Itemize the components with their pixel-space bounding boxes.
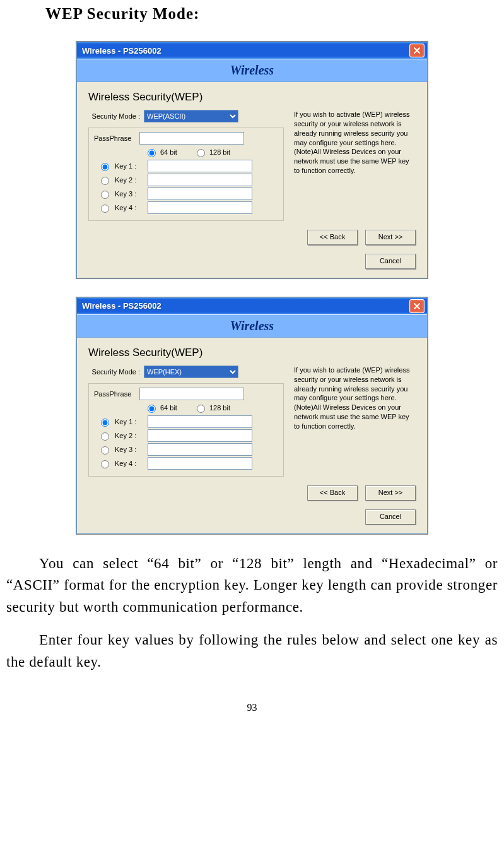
key2-input[interactable]	[148, 429, 252, 442]
radio-128bit-label: 128 bit	[209, 404, 230, 412]
section-title: Wireless Security(WEP)	[88, 347, 416, 359]
radio-64bit[interactable]: 64 bit	[144, 403, 177, 413]
key1-radio[interactable]	[101, 419, 109, 427]
radio-128bit-input[interactable]	[197, 405, 205, 413]
key2-label: Key 2 :	[115, 432, 144, 439]
banner: Wireless	[77, 314, 427, 338]
wireless-dialog-ascii: Wireless - PS256002 Wireless Wireless Se…	[76, 42, 428, 278]
titlebar: Wireless - PS256002	[77, 42, 427, 59]
paragraph-2: Enter four key values by following the r…	[6, 629, 498, 673]
close-icon	[413, 302, 421, 310]
next-button[interactable]: Next >>	[365, 485, 416, 501]
radio-128bit[interactable]: 128 bit	[194, 403, 230, 413]
window-title: Wireless - PS256002	[82, 46, 409, 56]
close-button[interactable]	[409, 44, 425, 57]
close-icon	[413, 47, 421, 54]
wep-fieldset: PassPhrase 64 bit 128 bit Key 1 :	[88, 128, 284, 221]
security-mode-select[interactable]: WEP(HEX)	[144, 366, 238, 378]
help-text: If you wish to activate (WEP) wireless s…	[294, 366, 416, 431]
radio-128bit-label: 128 bit	[209, 148, 230, 156]
window-title: Wireless - PS256002	[82, 301, 409, 311]
radio-64bit-input[interactable]	[148, 405, 156, 413]
radio-64bit-label: 64 bit	[160, 404, 177, 412]
key4-input[interactable]	[148, 457, 252, 470]
key4-input[interactable]	[148, 201, 252, 214]
key4-radio[interactable]	[101, 205, 109, 213]
back-button[interactable]: << Back	[307, 230, 358, 245]
paragraph-1: You can select “64 bit” or “128 bit” len…	[6, 553, 498, 619]
key3-radio[interactable]	[101, 446, 109, 455]
key2-input[interactable]	[148, 174, 252, 186]
security-mode-select[interactable]: WEP(ASCII)	[144, 110, 238, 122]
page-heading: WEP Security Mode:	[45, 5, 498, 23]
key3-label: Key 3 :	[115, 190, 144, 198]
banner-text: Wireless	[230, 319, 274, 333]
key1-input[interactable]	[148, 160, 252, 172]
wep-fieldset: PassPhrase 64 bit 128 bit Key 1 :	[88, 383, 284, 477]
section-title: Wireless Security(WEP)	[88, 91, 416, 104]
key3-radio[interactable]	[101, 191, 109, 199]
passphrase-input[interactable]	[139, 132, 244, 145]
key3-input[interactable]	[148, 443, 252, 456]
wireless-dialog-hex: Wireless - PS256002 Wireless Wireless Se…	[76, 297, 428, 534]
cancel-button[interactable]: Cancel	[365, 509, 416, 525]
key1-radio[interactable]	[101, 163, 109, 171]
key2-label: Key 2 :	[115, 176, 144, 184]
back-button[interactable]: << Back	[307, 485, 358, 501]
cancel-button[interactable]: Cancel	[365, 254, 416, 269]
security-mode-label: Security Mode :	[88, 112, 144, 120]
key4-radio[interactable]	[101, 460, 109, 468]
close-button[interactable]	[409, 299, 425, 313]
key2-radio[interactable]	[101, 432, 109, 441]
radio-128bit[interactable]: 128 bit	[194, 147, 230, 157]
passphrase-label: PassPhrase	[94, 390, 139, 398]
key4-label: Key 4 :	[115, 204, 144, 211]
next-button[interactable]: Next >>	[365, 230, 416, 245]
key4-label: Key 4 :	[115, 460, 144, 467]
help-text: If you wish to activate (WEP) wireless s…	[294, 110, 416, 175]
key1-label: Key 1 :	[115, 162, 144, 170]
titlebar: Wireless - PS256002	[77, 298, 427, 314]
radio-64bit-label: 64 bit	[160, 148, 177, 156]
page-number: 93	[6, 702, 498, 713]
radio-64bit[interactable]: 64 bit	[144, 147, 177, 157]
security-mode-label: Security Mode :	[88, 368, 144, 376]
key3-label: Key 3 :	[115, 446, 144, 453]
banner: Wireless	[77, 59, 427, 82]
banner-text: Wireless	[230, 63, 274, 77]
radio-128bit-input[interactable]	[197, 149, 205, 157]
key2-radio[interactable]	[101, 177, 109, 185]
passphrase-label: PassPhrase	[94, 134, 139, 142]
radio-64bit-input[interactable]	[148, 149, 156, 157]
key1-label: Key 1 :	[115, 418, 144, 425]
key1-input[interactable]	[148, 415, 252, 428]
passphrase-input[interactable]	[139, 388, 244, 400]
key3-input[interactable]	[148, 187, 252, 200]
